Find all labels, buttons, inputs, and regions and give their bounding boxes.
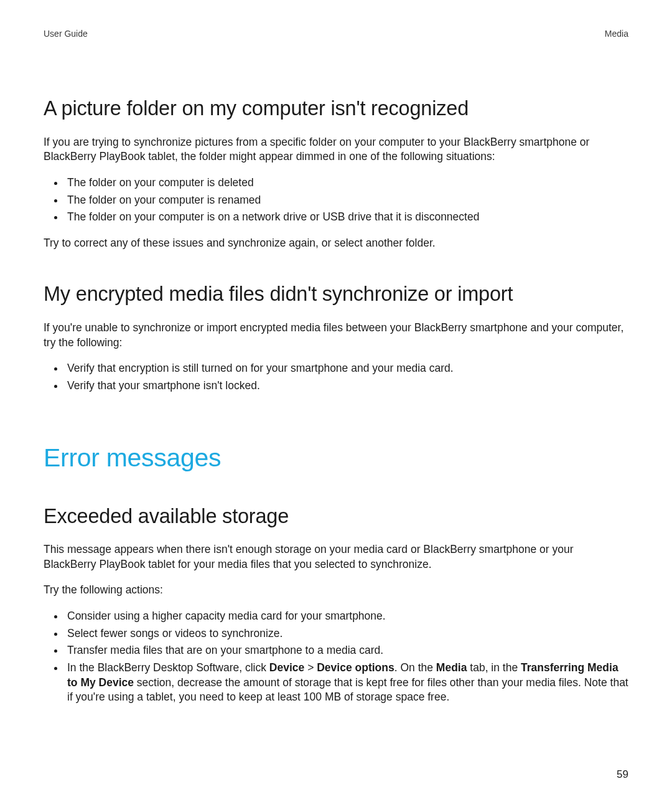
section1-title: A picture folder on my computer isn't re… <box>44 96 628 121</box>
list-item: Consider using a higher capacity media c… <box>65 609 628 624</box>
list-item: The folder on your computer is deleted <box>65 176 628 191</box>
section1-bullets: The folder on your computer is deleted T… <box>44 176 628 225</box>
section3-p2: Try the following actions: <box>44 583 628 598</box>
list-item: Verify that your smartphone isn't locked… <box>65 379 628 394</box>
text: section, decrease the amount of storage … <box>67 676 628 704</box>
page-header: User Guide Media <box>44 29 628 39</box>
section2-title: My encrypted media files didn't synchron… <box>44 281 628 307</box>
text: tab, in the <box>467 661 521 674</box>
section2-bullets: Verify that encryption is still turned o… <box>44 361 628 393</box>
heading-error-messages: Error messages <box>44 443 628 473</box>
list-item: Select fewer songs or videos to synchron… <box>65 626 628 641</box>
section1-outro: Try to correct any of these issues and s… <box>44 236 628 251</box>
list-item: Verify that encryption is still turned o… <box>65 361 628 376</box>
section-folder-not-recognized: A picture folder on my computer isn't re… <box>44 96 628 250</box>
section3-title: Exceeded available storage <box>44 504 628 529</box>
header-right: Media <box>605 29 628 39</box>
section-exceeded-storage: Exceeded available storage This message … <box>44 504 628 705</box>
section3-bullets: Consider using a higher capacity media c… <box>44 609 628 705</box>
section2-intro: If you're unable to synchronize or impor… <box>44 321 628 350</box>
text: . On the <box>394 661 436 674</box>
list-item: Transfer media files that are on your sm… <box>65 643 628 658</box>
header-left: User Guide <box>44 29 88 39</box>
section1-intro: If you are trying to synchronize picture… <box>44 135 628 164</box>
section-encrypted-media: My encrypted media files didn't synchron… <box>44 281 628 393</box>
section3-p1: This message appears when there isn't en… <box>44 542 628 572</box>
bold-text: Media <box>436 661 467 674</box>
bold-text: Device options <box>317 661 394 674</box>
list-item: In the BlackBerry Desktop Software, clic… <box>65 661 628 705</box>
page-number: 59 <box>617 768 628 781</box>
list-item: The folder on your computer is renamed <box>65 193 628 208</box>
text: > <box>304 661 317 674</box>
text: In the BlackBerry Desktop Software, clic… <box>67 661 269 674</box>
page: User Guide Media A picture folder on my … <box>0 0 672 807</box>
bold-text: Device <box>269 661 304 674</box>
list-item: The folder on your computer is on a netw… <box>65 210 628 225</box>
